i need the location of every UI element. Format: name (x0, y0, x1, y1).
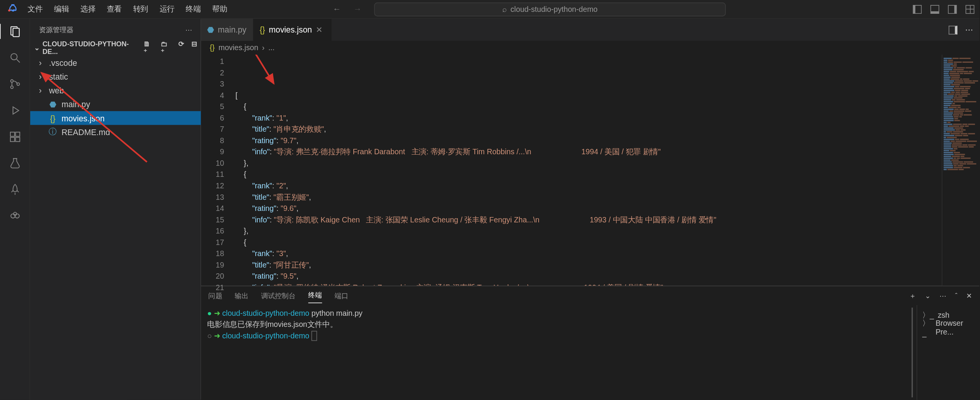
chevron-right-icon: › (262, 43, 265, 52)
folder-web[interactable]: ›web (30, 83, 201, 97)
rocket-icon[interactable] (7, 182, 22, 197)
chevron-right-icon: › (39, 58, 45, 68)
panel-tab-终端[interactable]: 终端 (308, 288, 322, 303)
more-icon[interactable]: ⋯ (185, 26, 192, 34)
panel-more-icon[interactable]: ⋯ (939, 292, 946, 300)
project-header[interactable]: ⌄ CLOUD-STUDIO-PYTHON-DE... 🗎⁺ 🗀⁺ ⟳ ⊟ (30, 41, 201, 55)
terminal-divider (911, 308, 913, 398)
svg-rect-11 (10, 137, 14, 142)
layout-bottom-icon[interactable] (930, 5, 939, 13)
close-tab-icon[interactable]: ✕ (316, 25, 325, 35)
code-editor[interactable]: [ { "rank": "1", "title": "肖申克的救赎", "rat… (235, 55, 942, 286)
svg-point-6 (10, 80, 13, 82)
menu-编辑[interactable]: 编辑 (49, 1, 74, 17)
file-movies.json[interactable]: {}movies.json (30, 111, 201, 125)
menu-转到[interactable]: 转到 (128, 1, 154, 17)
menu-帮助[interactable]: 帮助 (207, 1, 232, 17)
layout-right-icon[interactable] (948, 5, 957, 13)
svg-point-7 (10, 86, 13, 89)
layout-left-icon[interactable] (913, 5, 922, 13)
editor-area: ⬣main.py{}movies.json✕ ⋯ {} movies.json … (201, 19, 980, 400)
menu-选择[interactable]: 选择 (75, 1, 101, 17)
json-file-icon: {} (48, 113, 58, 123)
new-file-icon[interactable]: 🗎⁺ (144, 40, 154, 56)
chevron-down-icon: ⌄ (34, 44, 40, 52)
collapse-icon[interactable]: ⊟ (191, 40, 197, 56)
close-panel-icon[interactable]: ✕ (966, 292, 972, 300)
split-editor-icon[interactable] (949, 25, 957, 34)
panel-tab-调试控制台[interactable]: 调试控制台 (261, 289, 296, 303)
bottom-panel: 问题输出调试控制台终端端口 ＋ ⌄ ⋯ ˆ ✕ ● ➜ cloud-studio… (201, 286, 980, 400)
chevron-right-icon: › (39, 72, 45, 82)
cloud-icon[interactable] (7, 208, 22, 223)
panel-tab-端口[interactable]: 端口 (335, 289, 348, 303)
new-terminal-icon[interactable]: ＋ (909, 291, 916, 300)
project-name: CLOUD-STUDIO-PYTHON-DE... (42, 40, 141, 55)
svg-line-18 (236, 55, 274, 83)
terminal-icon: 〉_ (922, 318, 932, 338)
maximize-panel-icon[interactable]: ˆ (955, 292, 957, 300)
tab-more-icon[interactable]: ⋯ (965, 25, 973, 35)
svg-point-4 (11, 54, 17, 60)
source-control-icon[interactable] (7, 77, 22, 91)
testing-icon[interactable] (7, 156, 22, 171)
svg-rect-3 (13, 28, 19, 37)
minimap[interactable] (942, 55, 979, 286)
chevron-right-icon: › (39, 86, 45, 95)
nav-forward-icon[interactable]: → (353, 4, 361, 14)
editor-tabs: ⬣main.py{}movies.json✕ ⋯ (201, 19, 980, 41)
folder-.vscode[interactable]: ›.vscode (30, 56, 201, 70)
svg-point-0 (8, 9, 10, 11)
svg-point-14 (11, 214, 15, 218)
svg-rect-13 (15, 132, 20, 136)
folder-static[interactable]: ›static (30, 70, 201, 83)
breadcrumb-tail: ... (268, 43, 274, 52)
sidebar-header: 资源管理器 ⋯ (30, 19, 201, 41)
line-gutter: 123456789101112131415161718192021 (201, 55, 235, 286)
menu-运行[interactable]: 运行 (154, 1, 180, 17)
svg-marker-9 (13, 107, 18, 114)
svg-line-5 (16, 59, 20, 62)
json-file-icon: {} (260, 25, 265, 35)
search-text: cloud-studio-python-demo (511, 5, 598, 13)
breadcrumb[interactable]: {} movies.json › ... (201, 41, 980, 55)
tab-movies.json[interactable]: {}movies.json✕ (253, 19, 332, 41)
file-main.py[interactable]: ⬣main.py (30, 97, 201, 111)
svg-point-1 (12, 9, 14, 11)
terminal-split-dropdown-icon[interactable]: ⌄ (925, 292, 931, 300)
refresh-icon[interactable]: ⟳ (178, 40, 184, 56)
title-bar: 文件编辑选择查看转到运行终端帮助 ← → ⌕ cloud-studio-pyth… (0, 0, 979, 19)
python-file-icon: ⬣ (207, 25, 214, 35)
tab-main.py[interactable]: ⬣main.py (201, 19, 253, 41)
terminal-list: 〉_zsh〉_Browser Pre... (916, 305, 979, 400)
activity-bar (0, 19, 30, 400)
json-file-icon: {} (210, 43, 215, 52)
info-file-icon: ⓘ (48, 126, 58, 138)
panel-tab-输出[interactable]: 输出 (235, 289, 248, 303)
main-menu: 文件编辑选择查看转到运行终端帮助 (23, 1, 232, 17)
file-README.md[interactable]: ⓘREADME.md (30, 125, 201, 139)
run-debug-icon[interactable] (7, 103, 22, 118)
logo-icon (5, 3, 18, 15)
terminal-entry-Browser Pre...[interactable]: 〉_Browser Pre... (922, 322, 974, 334)
terminal-output[interactable]: ● ➜ cloud-studio-python-demo python main… (201, 305, 911, 400)
search-activity-icon[interactable] (7, 50, 22, 65)
python-file-icon: ⬣ (48, 100, 58, 109)
search-icon: ⌕ (502, 5, 506, 13)
menu-终端[interactable]: 终端 (181, 1, 206, 17)
sidebar-title: 资源管理器 (39, 25, 74, 35)
nav-back-icon[interactable]: ← (333, 4, 341, 14)
menu-查看[interactable]: 查看 (102, 1, 127, 17)
explorer-icon[interactable] (0, 24, 29, 39)
file-tree: ›.vscode›static›web⬣main.py{}movies.json… (30, 55, 201, 140)
sidebar: 资源管理器 ⋯ ⌄ CLOUD-STUDIO-PYTHON-DE... 🗎⁺ 🗀… (30, 19, 201, 400)
command-center[interactable]: ⌕ cloud-studio-python-demo (374, 2, 725, 16)
new-folder-icon[interactable]: 🗀⁺ (161, 40, 171, 56)
svg-rect-10 (10, 132, 14, 136)
svg-point-15 (15, 214, 19, 218)
extensions-icon[interactable] (7, 129, 22, 144)
breadcrumb-file: movies.json (219, 43, 258, 52)
svg-rect-12 (15, 137, 20, 142)
menu-文件[interactable]: 文件 (23, 1, 48, 17)
layout-grid-icon[interactable] (965, 5, 974, 13)
